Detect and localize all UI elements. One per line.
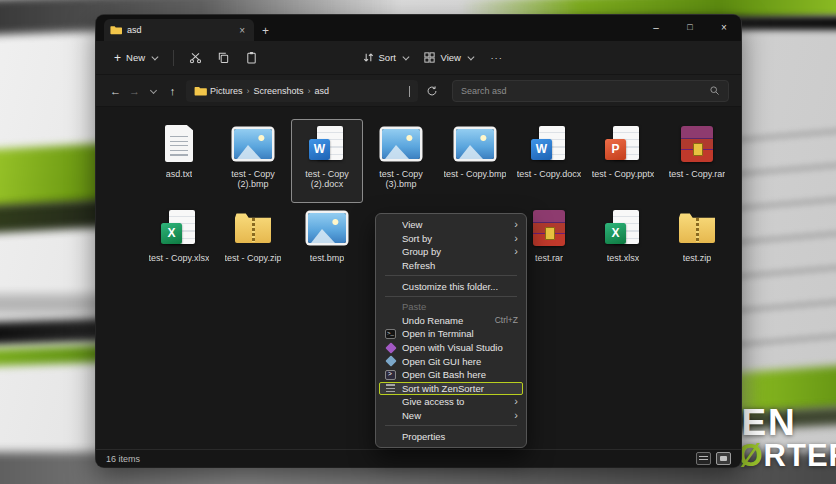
file-item[interactable]: test - Copy.docx [513, 119, 585, 203]
menu-item[interactable]: Open with Visual Studio [379, 341, 523, 355]
menu-item-label: Sort by [402, 233, 508, 244]
new-button[interactable]: + New [106, 47, 165, 69]
back-button[interactable]: ← [106, 80, 125, 102]
tab-title: asd [127, 25, 236, 35]
file-icon [526, 205, 572, 251]
menu-item-label: Group by [402, 246, 508, 257]
clipboard-icon [245, 51, 258, 64]
file-name: test - Copy.pptx [592, 169, 654, 179]
menu-item[interactable]: Undo Rename Ctrl+Z [379, 314, 523, 328]
git-bash-icon [384, 369, 397, 381]
menu-item[interactable]: Customize this folder... [379, 279, 523, 293]
file-item[interactable]: test - Copy.bmp [439, 119, 511, 203]
desktop: ZEN SØRTER asd × + – □ × + New [0, 0, 836, 484]
menu-item[interactable]: Group by › [379, 245, 523, 259]
breadcrumb-item[interactable]: asd [312, 86, 333, 96]
menu-item[interactable]: Sort with ZenSorter [379, 382, 523, 396]
file-name: test - Copy (2).docx [292, 169, 362, 189]
tab-asd[interactable]: asd × [104, 19, 254, 41]
refresh-button[interactable] [422, 80, 442, 102]
file-name: test - Copy.zip [225, 253, 282, 263]
menu-item-label: Refresh [402, 260, 512, 271]
file-icon [378, 121, 424, 167]
file-item[interactable]: test - Copy.pptx [587, 119, 659, 203]
menu-item-icon [384, 430, 397, 442]
sort-button[interactable]: Sort [354, 47, 416, 68]
zensorter-icon [384, 382, 397, 394]
menu-item-label: New [402, 410, 508, 421]
cut-button[interactable] [182, 45, 210, 71]
search-input[interactable] [461, 86, 709, 96]
menu-item-icon [384, 232, 397, 244]
file-icon [600, 121, 646, 167]
file-icon [526, 121, 572, 167]
menu-item[interactable]: Paste [379, 300, 523, 314]
see-more-button[interactable]: ··· [490, 52, 503, 63]
new-button-label: New [126, 52, 145, 63]
context-menu-list: View › Sort by › Group by › Refresh Cust… [379, 218, 523, 443]
terminal-icon [384, 328, 397, 340]
menu-item-icon [384, 396, 397, 408]
file-item[interactable]: test - Copy (2).docx [291, 119, 363, 203]
menu-item[interactable]: Open Git Bash here [379, 368, 523, 382]
file-item[interactable]: test - Copy (2).bmp [217, 119, 289, 203]
recent-locations-button[interactable] [144, 80, 163, 102]
minimize-button[interactable]: – [639, 15, 673, 39]
wallpaper-streak [735, 110, 836, 360]
file-item[interactable]: test - Copy.rar [661, 119, 733, 203]
menu-item-icon [384, 280, 397, 292]
visual-studio-icon [384, 342, 397, 354]
sort-arrows-icon [362, 51, 375, 64]
chevron-down-icon [150, 87, 157, 94]
menu-item[interactable]: Open Git GUI here [379, 354, 523, 368]
paste-button[interactable] [238, 45, 266, 71]
breadcrumb-item[interactable]: Screenshots [251, 86, 307, 96]
item-count: 16 items [106, 454, 140, 464]
file-item[interactable]: test - Copy.zip [217, 203, 289, 287]
icons-view-button[interactable] [716, 452, 731, 465]
view-button[interactable]: View [415, 47, 480, 68]
menu-item-icon [384, 246, 397, 258]
file-icon [156, 205, 202, 251]
breadcrumb-item[interactable]: Pictures [207, 86, 246, 96]
toolbar-divider [173, 50, 174, 66]
details-view-button[interactable] [696, 452, 711, 465]
menu-item[interactable]: View › [379, 218, 523, 232]
breadcrumb-bar[interactable]: Pictures›Screenshots›asd [186, 80, 418, 102]
tab-bar: asd × + – □ × [96, 15, 741, 41]
menu-item[interactable]: Give access to › [379, 395, 523, 409]
menu-item[interactable]: Refresh [379, 259, 523, 273]
logo-accent: Ø [738, 438, 763, 473]
menu-item[interactable]: Properties [379, 429, 523, 443]
address-dropdown-button[interactable] [409, 86, 410, 96]
file-item[interactable]: test.xlsx [587, 203, 659, 287]
file-item[interactable]: asd.txt [143, 119, 215, 203]
refresh-icon [426, 85, 438, 97]
file-item[interactable]: test - Copy (3).bmp [365, 119, 437, 203]
menu-item[interactable]: Sort by › [379, 232, 523, 246]
breadcrumb: Pictures›Screenshots›asd [207, 86, 332, 96]
file-item[interactable]: test.bmp [291, 203, 363, 287]
close-button[interactable]: × [707, 15, 741, 39]
menu-item-icon [384, 301, 397, 313]
menu-item-label: Sort with ZenSorter [402, 383, 512, 394]
file-item[interactable]: test.zip [661, 203, 733, 287]
logo-text: RTER [764, 438, 836, 473]
new-tab-button[interactable]: + [254, 24, 277, 41]
menu-item-label: Open in Terminal [402, 328, 512, 339]
tab-close-icon[interactable]: × [236, 25, 248, 36]
menu-separator [385, 296, 517, 297]
menu-item[interactable]: Open in Terminal [379, 327, 523, 341]
menu-item-label: Open Git Bash here [402, 369, 512, 380]
up-button[interactable]: ↑ [163, 80, 182, 102]
menu-item[interactable]: New › [379, 409, 523, 423]
copy-icon [217, 51, 230, 64]
grid-view-icon [423, 51, 436, 64]
copy-button[interactable] [210, 45, 238, 71]
file-icon [674, 121, 720, 167]
maximize-button[interactable]: □ [673, 15, 707, 39]
file-item[interactable]: test - Copy.xlsx [143, 203, 215, 287]
forward-button[interactable]: → [125, 80, 144, 102]
file-icon [156, 121, 202, 167]
search-icon [709, 85, 720, 96]
